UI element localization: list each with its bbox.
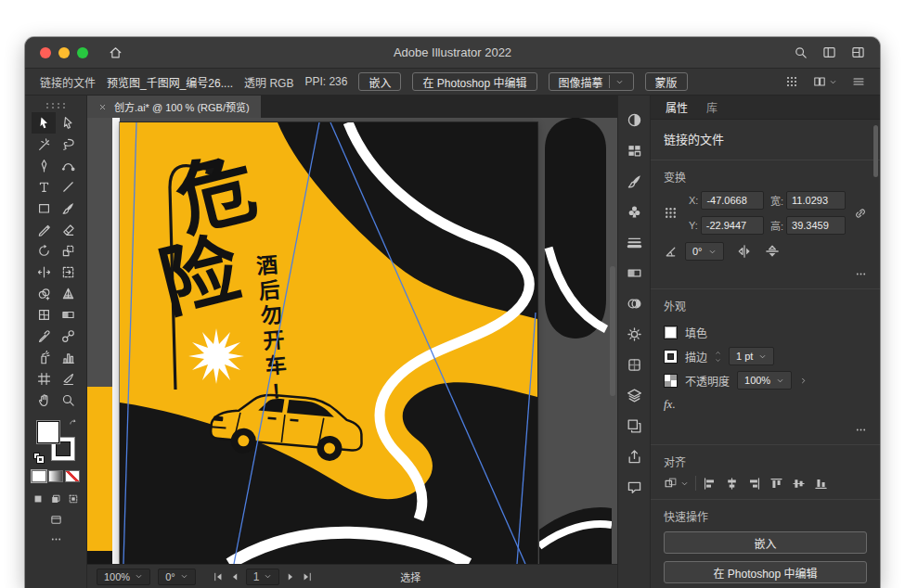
close-tab-icon[interactable] — [98, 103, 107, 111]
mask-button[interactable]: 蒙版 — [645, 72, 688, 91]
scale-tool[interactable] — [56, 240, 80, 262]
touch-workspace-icon[interactable] — [785, 75, 798, 88]
minimize-window-button[interactable] — [58, 47, 70, 58]
workspace-switcher-icon[interactable] — [822, 45, 836, 59]
zoom-tool[interactable] — [56, 390, 80, 411]
chevron-right-icon[interactable] — [799, 377, 808, 385]
stroke-weight-select[interactable]: 1 pt — [729, 347, 774, 365]
zoom-level-select[interactable]: 100% — [97, 569, 150, 585]
appearance-panel-button[interactable] — [617, 319, 651, 350]
draw-normal-icon[interactable] — [31, 492, 45, 505]
eyedropper-tool[interactable] — [32, 326, 56, 347]
flip-vertical-icon[interactable] — [765, 244, 780, 259]
perspective-grid-tool[interactable] — [56, 283, 80, 304]
mesh-tool[interactable] — [32, 304, 56, 326]
chevron-down-icon[interactable] — [829, 78, 837, 86]
align-bottom-button[interactable] — [814, 477, 828, 491]
stroke-label[interactable]: 描边 — [685, 349, 707, 364]
canvas[interactable]: 危 险 酒后勿开车! — [87, 118, 617, 564]
more-options-icon[interactable] — [855, 268, 867, 280]
first-artboard-icon[interactable] — [213, 571, 224, 582]
artboards-panel-button[interactable] — [617, 411, 651, 441]
swap-fill-stroke-icon[interactable] — [69, 418, 78, 428]
properties-scrollbar[interactable] — [873, 125, 878, 177]
draw-behind-icon[interactable] — [48, 492, 63, 505]
embed-button[interactable]: 嵌入 — [358, 72, 401, 91]
panel-layout-icon[interactable] — [851, 45, 865, 59]
y-input[interactable]: -22.9447 — [701, 216, 764, 235]
close-window-button[interactable] — [40, 47, 51, 58]
brushes-panel-button[interactable] — [617, 166, 651, 197]
rotate-tool[interactable] — [32, 240, 56, 262]
document-tab[interactable]: 创方.ai* @ 100 % (RGB/预览) — [87, 96, 261, 118]
stroke-weight-stepper[interactable] — [715, 350, 721, 364]
draw-inside-icon[interactable] — [66, 492, 81, 505]
height-field[interactable]: 高: 39.3459 — [770, 216, 846, 235]
slice-tool[interactable] — [56, 368, 80, 390]
next-artboard-icon[interactable] — [285, 571, 296, 582]
constrain-proportions-icon[interactable] — [854, 207, 867, 220]
stroke-panel-button[interactable] — [617, 227, 651, 258]
color-panel-button[interactable] — [617, 105, 651, 135]
fx-button[interactable]: fx. — [664, 395, 676, 414]
align-left-button[interactable] — [703, 477, 717, 491]
transparency-panel-button[interactable] — [617, 288, 651, 319]
artboard[interactable]: 危 险 酒后勿开车! — [120, 122, 537, 564]
free-transform-tool[interactable] — [56, 262, 80, 283]
export-panel-button[interactable] — [617, 441, 651, 472]
pen-tool[interactable] — [32, 155, 56, 176]
height-input[interactable]: 39.3459 — [786, 216, 846, 235]
linked-filename[interactable]: 预览图_千图网_编号26.... — [107, 74, 233, 90]
image-trace-button[interactable]: 图像描摹 — [549, 72, 634, 91]
gradient-button[interactable] — [48, 470, 63, 482]
layers-panel-button[interactable] — [617, 380, 651, 411]
chevron-up-icon[interactable] — [715, 350, 721, 356]
search-icon[interactable] — [794, 45, 808, 59]
swatches-panel-button[interactable] — [617, 135, 651, 166]
gradient-tool[interactable] — [56, 304, 80, 326]
artboard-number-select[interactable]: 1 — [246, 569, 280, 585]
rotation-select[interactable]: 0° — [158, 569, 196, 585]
align-to-selection-button[interactable] — [664, 477, 689, 491]
gradient-panel-button[interactable] — [617, 258, 651, 288]
symbol-sprayer-tool[interactable] — [32, 347, 56, 368]
home-icon[interactable] — [109, 45, 123, 59]
width-input[interactable]: 11.0293 — [786, 191, 846, 210]
pencil-tool[interactable] — [32, 219, 56, 240]
line-segment-tool[interactable] — [56, 176, 80, 198]
width-tool[interactable] — [32, 262, 56, 283]
chevron-down-icon[interactable] — [715, 357, 721, 364]
shape-builder-tool[interactable] — [32, 283, 56, 304]
toolbar-grip[interactable] — [46, 103, 48, 105]
align-middle-v-button[interactable] — [792, 477, 806, 491]
tab-libraries[interactable]: 库 — [706, 99, 718, 115]
hand-tool[interactable] — [32, 390, 56, 411]
selection-tool[interactable] — [32, 112, 56, 134]
rectangle-tool[interactable] — [32, 198, 56, 219]
opacity-select[interactable]: 100% — [737, 371, 792, 390]
lasso-tool[interactable] — [56, 134, 80, 155]
fill-color-swatch[interactable] — [37, 421, 59, 443]
curvature-tool[interactable] — [56, 155, 80, 176]
eraser-tool[interactable] — [56, 219, 80, 240]
align-right-button[interactable] — [747, 477, 761, 491]
canvas-scrollbar[interactable] — [610, 266, 615, 396]
default-fill-stroke-icon[interactable] — [33, 453, 44, 463]
comments-panel-button[interactable] — [617, 472, 651, 503]
width-field[interactable]: 宽: 11.0293 — [770, 191, 846, 210]
edit-in-photoshop-button[interactable]: 在 Photoshop 中编辑 — [412, 72, 537, 91]
symbols-panel-button[interactable] — [617, 197, 651, 227]
rotation-angle-select[interactable]: 0° — [685, 242, 724, 261]
x-field[interactable]: X: -47.0668 — [689, 191, 764, 210]
direct-selection-tool[interactable] — [56, 112, 80, 134]
control-menu-icon[interactable] — [852, 75, 865, 88]
type-tool[interactable] — [32, 176, 56, 198]
chevron-down-icon[interactable] — [615, 78, 624, 86]
screen-mode-icon[interactable] — [50, 514, 62, 526]
align-top-button[interactable] — [769, 477, 783, 491]
magic-wand-tool[interactable] — [32, 134, 56, 155]
x-input[interactable]: -47.0668 — [701, 191, 764, 210]
quick-edit-in-photoshop-button[interactable]: 在 Photoshop 中编辑 — [664, 561, 867, 583]
artboard-tool[interactable] — [32, 368, 56, 390]
more-options-icon[interactable] — [855, 424, 867, 436]
